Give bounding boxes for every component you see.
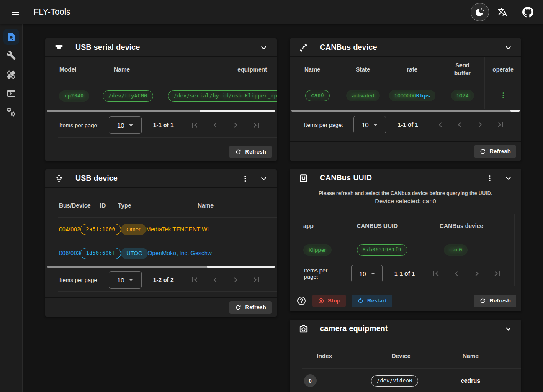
type-chip: Other: [121, 224, 146, 235]
pagination-controls: [434, 120, 506, 130]
rate-unit: Kbps: [416, 92, 430, 99]
usb-serial-row: rp2040 /dev/ttyACM0 /dev/serial/by-id/us…: [45, 82, 277, 109]
next-page-icon[interactable]: [231, 120, 241, 130]
canbus-device-card-footer: Refresh: [290, 141, 521, 161]
col-name: Name: [134, 202, 277, 209]
next-page-icon[interactable]: [472, 269, 482, 279]
col-name: Name: [443, 353, 521, 359]
items-per-page-select[interactable]: 10: [109, 271, 142, 289]
stop-button[interactable]: Stop: [312, 295, 346, 307]
card-usb-device: USB device Bus/Device ID Type Name 004/0…: [45, 169, 277, 317]
first-page-icon[interactable]: [190, 275, 200, 285]
usb-serial-pagination: Items per page: 10 1-1 of 1: [45, 113, 277, 137]
refresh-button[interactable]: Refresh: [474, 295, 516, 307]
healing-icon: [6, 69, 16, 80]
first-page-icon[interactable]: [190, 120, 200, 130]
last-page-icon[interactable]: [492, 269, 502, 279]
restart-button[interactable]: Restart: [352, 295, 392, 307]
theme-toggle-button[interactable]: [471, 3, 489, 21]
translate-icon: [498, 8, 507, 16]
menu-icon[interactable]: [6, 3, 25, 22]
col-id: ID: [90, 202, 115, 209]
items-per-page-select[interactable]: 10: [353, 116, 386, 133]
help-icon[interactable]: [296, 296, 306, 306]
github-button[interactable]: [519, 3, 537, 21]
card-title: USB serial device: [75, 43, 140, 52]
last-page-icon[interactable]: [251, 275, 261, 285]
usb-serial-card-header: USB serial device: [45, 38, 277, 57]
card-canbus-device: CANBus device Name State rate Send buffe…: [290, 38, 521, 161]
canbus-uuid-notice: Please refresh and select the CANbus dev…: [290, 187, 521, 208]
horizontal-scrollbar[interactable]: [291, 110, 520, 112]
kebab-menu-icon[interactable]: [239, 172, 252, 185]
first-page-icon[interactable]: [431, 269, 441, 279]
items-per-page-select[interactable]: 10: [109, 116, 142, 134]
horizontal-scrollbar[interactable]: [47, 110, 275, 112]
app-title: FLY-Tools: [33, 7, 71, 17]
collapse-chevron-icon[interactable]: [502, 41, 515, 54]
send-buffer-badge: 1024: [451, 90, 474, 101]
type-chip: UTOC: [121, 248, 147, 259]
collapse-chevron-icon[interactable]: [502, 323, 515, 335]
col-type: Type: [115, 202, 134, 209]
id-chip: 1d50:606f: [80, 248, 121, 259]
cable-icon: [299, 43, 308, 52]
horizontal-scrollbar[interactable]: [47, 266, 275, 268]
refresh-icon: [235, 304, 242, 311]
refresh-button[interactable]: Refresh: [229, 301, 272, 314]
usb-serial-table-header: Model Name equipment: [45, 57, 277, 82]
kebab-menu-icon[interactable]: [484, 172, 496, 184]
prev-page-icon[interactable]: [455, 120, 465, 130]
col-state: State: [342, 57, 384, 82]
last-page-icon[interactable]: [251, 120, 261, 130]
usb-device-pagination: Items per page: 10 1-2 of 2: [45, 269, 277, 291]
canbus-uuid-table-header: app CANBUS UUID CANBus device: [290, 214, 514, 238]
uuid-chip: 87b0631981f9: [357, 244, 407, 256]
prev-page-icon[interactable]: [451, 269, 461, 279]
bus-device-value: 006/003: [59, 250, 80, 256]
device-selected-text: Device selected: can0: [294, 197, 517, 205]
serial-port-icon: [54, 43, 64, 52]
sidebar-item-tools[interactable]: [3, 48, 19, 64]
camera-icon: [299, 324, 308, 333]
col-bus-device: Bus/Device: [59, 202, 90, 209]
items-per-page-select[interactable]: 10: [351, 265, 383, 282]
pagination-controls: [190, 120, 261, 130]
last-page-icon[interactable]: [496, 120, 506, 130]
collapse-chevron-icon[interactable]: [502, 172, 515, 184]
sidebar-item-settings[interactable]: [3, 104, 19, 120]
right-column: CANBus device Name State rate Send buffe…: [290, 38, 521, 392]
prev-page-icon[interactable]: [210, 275, 220, 285]
translate-button[interactable]: [493, 3, 512, 21]
select-caret-icon: [129, 279, 133, 281]
model-chip: rp2040: [59, 90, 89, 102]
device-chip: /dev/video0: [371, 375, 418, 387]
equipment-chip: /dev/serial/by-id/usb-Klipper_rp2040: [168, 90, 277, 102]
sidebar-item-terminal[interactable]: [3, 85, 19, 101]
collapse-chevron-icon[interactable]: [257, 172, 270, 185]
canbus-device-table-header: Name State rate Send buffer operate: [290, 57, 521, 82]
col-device: Device: [359, 353, 443, 359]
gears-icon: [6, 107, 16, 117]
first-page-icon[interactable]: [434, 120, 444, 130]
col-model: Model: [59, 66, 103, 73]
card-title: camera equipment: [320, 324, 388, 333]
uuid-icon: [299, 174, 308, 183]
refresh-button[interactable]: Refresh: [474, 145, 516, 158]
id-chip: 2a5f:1000: [80, 224, 121, 235]
sidebar-item-patch[interactable]: [3, 67, 19, 82]
prev-page-icon[interactable]: [210, 120, 220, 130]
camera-card-header: camera equipment: [290, 320, 521, 338]
next-page-icon[interactable]: [475, 120, 485, 130]
select-caret-icon: [371, 273, 375, 275]
next-page-icon[interactable]: [231, 275, 241, 285]
select-caret-icon: [129, 124, 133, 126]
col-app: app: [303, 223, 357, 229]
refresh-button[interactable]: Refresh: [229, 146, 272, 158]
row-kebab-icon[interactable]: [499, 91, 507, 100]
col-index: Index: [290, 353, 359, 359]
sidebar-item-device-search[interactable]: [3, 29, 19, 45]
github-icon: [522, 7, 533, 17]
collapse-chevron-icon[interactable]: [257, 41, 270, 54]
select-caret-icon: [373, 124, 378, 126]
